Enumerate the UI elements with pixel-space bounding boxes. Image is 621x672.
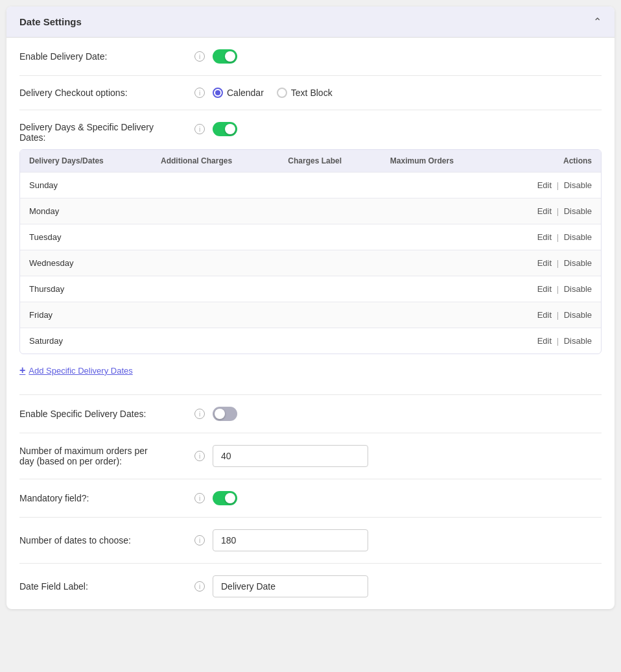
action-separator: | [554, 258, 561, 268]
table-cell-actions: Edit | Disable [497, 328, 601, 354]
num-dates-label: Number of dates to choose: [19, 535, 188, 546]
enable-delivery-info-icon[interactable]: i [194, 51, 205, 62]
date-settings-panel: Date Settings ⌃ Enable Delivery Date: i … [6, 6, 615, 609]
delivery-checkout-control: i Calendar Text Block [194, 88, 602, 98]
action-separator: | [554, 284, 561, 294]
radio-text-block-circle [277, 88, 287, 98]
table-cell-actions: Edit | Disable [497, 250, 601, 276]
table-cell-max-orders [381, 173, 497, 198]
table-cell-actions: Edit | Disable [497, 224, 601, 250]
mandatory-toggle[interactable] [213, 491, 237, 505]
radio-calendar-circle [213, 88, 223, 98]
table-row: FridayEdit | Disable [20, 302, 601, 328]
col-header-max-orders: Maximum Orders [381, 150, 497, 173]
edit-link[interactable]: Edit [537, 258, 552, 268]
table-cell-charges-label [279, 328, 381, 354]
max-orders-row: Number of maximum orders per day (based … [19, 433, 602, 479]
enable-specific-toggle[interactable] [213, 407, 237, 421]
delivery-days-info-icon[interactable]: i [194, 124, 205, 134]
delivery-days-table-wrapper: Delivery Days/Dates Additional Charges C… [19, 149, 602, 354]
action-separator: | [554, 180, 561, 190]
action-separator: | [554, 336, 561, 346]
date-field-label-input[interactable] [213, 575, 368, 597]
table-cell-actions: Edit | Disable [497, 302, 601, 328]
table-header: Delivery Days/Dates Additional Charges C… [20, 150, 601, 173]
action-separator: | [554, 232, 561, 242]
disable-link[interactable]: Disable [564, 206, 592, 216]
mandatory-info-icon[interactable]: i [194, 493, 205, 503]
table-cell-actions: Edit | Disable [497, 173, 601, 198]
disable-link[interactable]: Disable [564, 180, 592, 190]
table-cell-charges [152, 302, 279, 328]
enable-delivery-toggle[interactable] [213, 49, 237, 64]
action-separator: | [554, 310, 561, 320]
date-field-label-info-icon[interactable]: i [194, 581, 205, 592]
table-cell-max-orders [381, 250, 497, 276]
mandatory-row: Mandatory field?: i [19, 479, 602, 518]
table-row: WednesdayEdit | Disable [20, 250, 601, 276]
mandatory-label: Mandatory field?: [19, 493, 188, 503]
date-field-label-label: Date Field Label: [19, 581, 188, 592]
edit-link[interactable]: Edit [537, 206, 552, 216]
col-header-actions: Actions [497, 150, 601, 173]
delivery-days-row-top: Delivery Days & Specific Delivery Dates:… [19, 122, 602, 143]
delivery-days-label: Delivery Days & Specific Delivery Dates: [19, 122, 188, 143]
table-row: SaturdayEdit | Disable [20, 328, 601, 354]
col-header-charges: Additional Charges [152, 150, 279, 173]
radio-text-block-label: Text Block [291, 88, 333, 98]
num-dates-control: i [194, 529, 602, 551]
table-cell-day: Saturday [20, 328, 152, 354]
table-cell-day: Tuesday [20, 224, 152, 250]
edit-link[interactable]: Edit [537, 336, 552, 346]
table-body: SundayEdit | DisableMondayEdit | Disable… [20, 173, 601, 354]
table-cell-day: Sunday [20, 173, 152, 198]
disable-link[interactable]: Disable [564, 284, 592, 294]
table-cell-charges [152, 276, 279, 302]
enable-specific-row: Enable Specific Delivery Dates: i [19, 395, 602, 433]
checkout-radio-group: Calendar Text Block [213, 88, 333, 98]
enable-specific-control: i [194, 407, 602, 421]
section-title: Date Settings [19, 16, 82, 27]
edit-link[interactable]: Edit [537, 232, 552, 242]
disable-link[interactable]: Disable [564, 258, 592, 268]
table-cell-max-orders [381, 224, 497, 250]
table-cell-charges [152, 198, 279, 224]
date-field-label-control: i [194, 575, 602, 597]
table-cell-max-orders [381, 302, 497, 328]
table-cell-max-orders [381, 328, 497, 354]
table-cell-charges-label [279, 302, 381, 328]
num-dates-info-icon[interactable]: i [194, 535, 205, 546]
edit-link[interactable]: Edit [537, 284, 552, 294]
date-field-label-row: Date Field Label: i [19, 564, 602, 609]
delivery-days-table: Delivery Days/Dates Additional Charges C… [20, 150, 601, 354]
section-header: Date Settings ⌃ [6, 6, 615, 38]
radio-calendar[interactable]: Calendar [213, 88, 264, 98]
max-orders-input[interactable] [213, 445, 368, 467]
enable-delivery-control: i [194, 49, 602, 64]
settings-body: Enable Delivery Date: i Delivery Checkou… [6, 38, 615, 609]
disable-link[interactable]: Disable [564, 336, 592, 346]
radio-text-block[interactable]: Text Block [277, 88, 333, 98]
delivery-checkout-info-icon[interactable]: i [194, 88, 205, 98]
table-cell-actions: Edit | Disable [497, 198, 601, 224]
edit-link[interactable]: Edit [537, 180, 552, 190]
mandatory-control: i [194, 491, 602, 505]
enable-specific-info-icon[interactable]: i [194, 409, 205, 419]
enable-delivery-label: Enable Delivery Date: [19, 51, 188, 62]
delivery-days-toggle[interactable] [213, 122, 237, 136]
col-header-charges-label: Charges Label [279, 150, 381, 173]
table-cell-charges-label [279, 198, 381, 224]
table-row: SundayEdit | Disable [20, 173, 601, 198]
disable-link[interactable]: Disable [564, 310, 592, 320]
add-specific-dates-link[interactable]: + Add Specific Delivery Dates [19, 358, 602, 383]
max-orders-label: Number of maximum orders per day (based … [19, 446, 188, 466]
edit-link[interactable]: Edit [537, 310, 552, 320]
disable-link[interactable]: Disable [564, 232, 592, 242]
table-cell-charges-label [279, 250, 381, 276]
table-cell-day: Monday [20, 198, 152, 224]
table-cell-charges-label [279, 276, 381, 302]
max-orders-info-icon[interactable]: i [194, 451, 205, 461]
collapse-icon[interactable]: ⌃ [593, 16, 602, 28]
num-dates-input[interactable] [213, 529, 368, 551]
table-row: TuesdayEdit | Disable [20, 224, 601, 250]
